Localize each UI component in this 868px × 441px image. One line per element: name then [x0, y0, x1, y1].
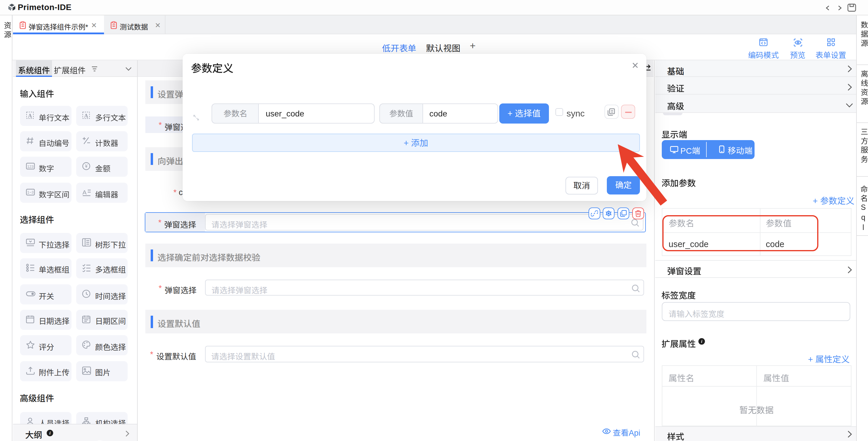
svg-text:1~3: 1~3: [27, 190, 33, 195]
svg-text:123: 123: [27, 164, 33, 169]
svg-text:A: A: [84, 113, 88, 119]
svg-text:A: A: [83, 189, 87, 196]
svg-text:¥: ¥: [85, 164, 88, 169]
svg-text:A: A: [28, 113, 32, 119]
